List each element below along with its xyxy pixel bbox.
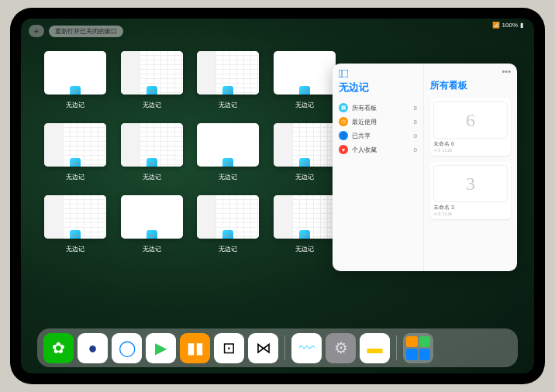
category-label: 所有看板 xyxy=(352,104,377,112)
dock-app-freeform[interactable]: 〰 xyxy=(291,333,322,363)
screen: 📶 100% ▮ + 重新打开已关闭的窗口 〰无边记〰无边记〰无边记〰无边记〰无… xyxy=(21,19,534,373)
app-badge: 〰 xyxy=(298,84,312,95)
window-thumbnail[interactable]: 〰 xyxy=(44,123,106,167)
dock: ✿●◯▶▮▮⊡⋈〰⚙▬ xyxy=(37,328,518,367)
dock-app-dice[interactable]: ⊡ xyxy=(214,333,244,363)
popover-title: 无边记 xyxy=(339,81,417,95)
window-thumbnail[interactable]: 〰 xyxy=(274,51,336,95)
category-count: 0 xyxy=(414,146,417,153)
top-bar: + 重新打开已关闭的窗口 xyxy=(29,25,123,37)
more-options-icon[interactable]: ••• xyxy=(502,67,511,76)
app-badge: 〰 xyxy=(68,156,82,167)
board-timestamp: 今天 11:28 xyxy=(433,148,508,153)
window-label: 无边记 xyxy=(219,245,237,253)
window-card[interactable]: 〰无边记 xyxy=(272,123,338,181)
app-badge: 〰 xyxy=(145,156,159,167)
dock-divider xyxy=(396,335,397,360)
dock-app-play[interactable]: ▶ xyxy=(146,333,176,363)
window-label: 无边记 xyxy=(66,245,84,253)
status-bar: 📶 100% ▮ xyxy=(492,22,523,29)
window-thumbnail[interactable]: 〰 xyxy=(121,195,183,239)
person-icon: 👤 xyxy=(339,131,348,140)
app-badge: 〰 xyxy=(221,84,235,95)
window-label: 无边记 xyxy=(295,173,314,181)
window-card[interactable]: 〰无边记 xyxy=(195,51,261,109)
category-item[interactable]: ♥个人收藏0 xyxy=(339,143,417,156)
window-card[interactable]: 〰无边记 xyxy=(119,51,185,109)
window-card[interactable]: 〰无边记 xyxy=(43,123,109,181)
app-switcher-grid: 〰无边记〰无边记〰无边记〰无边记〰无边记〰无边记〰无边记〰无边记〰无边记〰无边记… xyxy=(43,51,337,253)
svg-rect-0 xyxy=(339,70,348,77)
board-label: 未命名 3 xyxy=(433,204,508,211)
window-label: 无边记 xyxy=(295,245,314,253)
sidebar-toggle-icon[interactable] xyxy=(339,70,417,77)
window-card[interactable]: 〰无边记 xyxy=(195,123,261,181)
window-card[interactable]: 〰无边记 xyxy=(119,195,185,253)
reopen-closed-window-button[interactable]: 重新打开已关闭的窗口 xyxy=(49,26,123,37)
category-list: ▦所有看板8◷最近使用8👤已共享0♥个人收藏0 xyxy=(339,101,417,156)
category-label: 最近使用 xyxy=(352,118,377,126)
dock-app-connect[interactable]: ⋈ xyxy=(248,333,278,363)
grid-icon: ▦ xyxy=(339,103,348,112)
category-label: 个人收藏 xyxy=(352,146,377,154)
ipad-frame: 📶 100% ▮ + 重新打开已关闭的窗口 〰无边记〰无边记〰无边记〰无边记〰无… xyxy=(10,8,545,384)
category-item[interactable]: 👤已共享0 xyxy=(339,129,417,143)
dock-app-browser1[interactable]: ● xyxy=(78,333,108,363)
window-card[interactable]: 〰无边记 xyxy=(119,123,185,181)
dock-app-books[interactable]: ▮▮ xyxy=(180,333,210,363)
category-item[interactable]: ◷最近使用8 xyxy=(339,115,417,129)
dock-divider xyxy=(284,335,285,360)
app-badge: 〰 xyxy=(221,156,235,167)
app-badge: 〰 xyxy=(145,84,159,95)
app-badge: 〰 xyxy=(221,229,235,239)
window-card[interactable]: 〰无边记 xyxy=(272,51,338,109)
freeform-popover: 无边记 ▦所有看板8◷最近使用8👤已共享0♥个人收藏0 ••• 所有看板 6未命… xyxy=(333,64,517,271)
battery-text: 100% xyxy=(502,22,518,29)
dock-app-wechat[interactable]: ✿ xyxy=(43,333,74,363)
board-thumbnail: 6 xyxy=(433,101,508,139)
app-badge: 〰 xyxy=(68,84,82,95)
window-thumbnail[interactable]: 〰 xyxy=(44,51,106,95)
board-card[interactable]: 6未命名 6今天 11:28 xyxy=(430,98,511,156)
window-thumbnail[interactable]: 〰 xyxy=(44,195,106,239)
dock-app-browser2[interactable]: ◯ xyxy=(112,333,142,363)
window-thumbnail[interactable]: 〰 xyxy=(274,123,336,167)
category-count: 0 xyxy=(414,132,417,139)
clock-icon: ◷ xyxy=(339,117,348,126)
window-card[interactable]: 〰无边记 xyxy=(195,195,261,253)
dock-app-notes[interactable]: ▬ xyxy=(360,333,390,363)
window-thumbnail[interactable]: 〰 xyxy=(121,123,183,167)
category-item[interactable]: ▦所有看板8 xyxy=(339,101,417,115)
new-window-button[interactable]: + xyxy=(29,25,44,37)
board-thumbnail: 3 xyxy=(433,165,508,202)
board-timestamp: 今天 11:26 xyxy=(433,211,508,216)
window-thumbnail[interactable]: 〰 xyxy=(121,51,183,95)
signal-icon: 📶 xyxy=(492,22,500,29)
board-label: 未命名 6 xyxy=(433,140,508,148)
window-label: 无边记 xyxy=(143,101,161,109)
category-count: 8 xyxy=(414,105,417,112)
dock-app-library[interactable] xyxy=(403,333,433,363)
window-thumbnail[interactable]: 〰 xyxy=(197,195,259,239)
app-badge: 〰 xyxy=(298,229,312,239)
heart-icon: ♥ xyxy=(339,145,348,154)
boards-section-title: 所有看板 xyxy=(430,79,511,92)
app-badge: 〰 xyxy=(145,229,159,239)
window-label: 无边记 xyxy=(219,101,237,109)
window-label: 无边记 xyxy=(295,101,314,109)
window-card[interactable]: 〰无边记 xyxy=(43,51,109,109)
window-thumbnail[interactable]: 〰 xyxy=(274,195,336,239)
window-label: 无边记 xyxy=(143,173,161,181)
window-card[interactable]: 〰无边记 xyxy=(272,195,338,253)
window-label: 无边记 xyxy=(219,173,237,181)
dock-app-settings[interactable]: ⚙ xyxy=(326,333,356,363)
window-card[interactable]: 〰无边记 xyxy=(43,195,109,253)
battery-icon: ▮ xyxy=(520,22,523,29)
window-thumbnail[interactable]: 〰 xyxy=(197,123,259,167)
window-label: 无边记 xyxy=(66,173,84,181)
category-label: 已共享 xyxy=(352,132,371,140)
window-label: 无边记 xyxy=(66,101,84,109)
popover-sidebar: 无边记 ▦所有看板8◷最近使用8👤已共享0♥个人收藏0 xyxy=(333,64,424,271)
board-card[interactable]: 3未命名 3今天 11:26 xyxy=(430,162,511,219)
window-thumbnail[interactable]: 〰 xyxy=(197,51,259,95)
